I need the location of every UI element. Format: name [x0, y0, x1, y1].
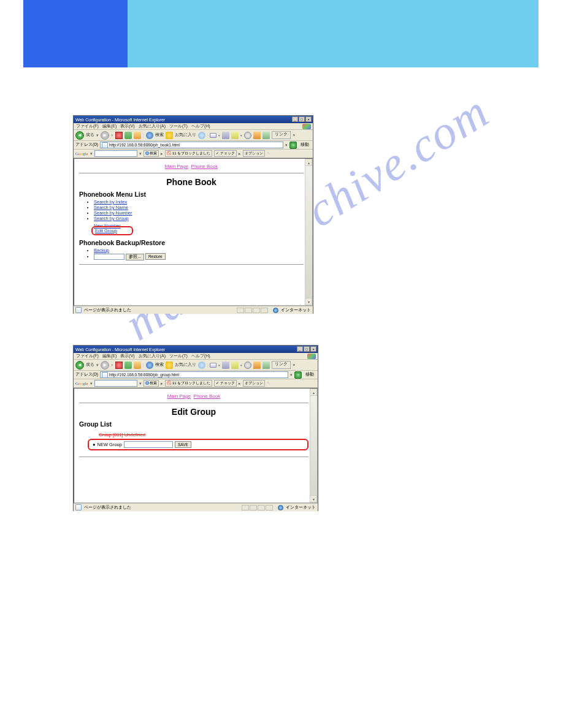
favorites-icon[interactable]	[166, 132, 173, 139]
menubar: ファイル(F) 編集(E) 表示(V) お気に入り(A) ツール(T) ヘルプ(…	[74, 123, 313, 130]
browse-button[interactable]: 参照...	[126, 254, 144, 260]
address-input[interactable]: http://192.168.0.58:8080/ph_book1.html	[100, 142, 283, 148]
menu-view-2[interactable]: 表示(V)	[120, 353, 134, 359]
print-icon-2[interactable]	[222, 362, 229, 369]
content-pane: Main Page Phone Book Phone Book Phoneboo…	[74, 158, 313, 306]
menu-heading: Phonebook Menu List	[79, 191, 304, 198]
link-edit-group[interactable]: Edit Group	[95, 228, 117, 233]
links-button[interactable]: リンク	[272, 131, 291, 139]
content-pane-2: Main Page Phone Book Edit Group Group Li…	[74, 388, 318, 503]
menu-help[interactable]: ヘルプ(H)	[191, 123, 210, 129]
link-search-group[interactable]: Search by Group	[94, 216, 129, 221]
research-icon-2[interactable]	[262, 362, 270, 369]
address-input-2[interactable]: http://192.168.0.58:8080/pb_group.html	[100, 371, 288, 378]
page-icon-2	[102, 372, 108, 378]
scroll-down-icon[interactable]: ▾	[305, 298, 312, 305]
stop-button-2[interactable]	[115, 362, 123, 369]
menu-file[interactable]: ファイル(F)	[76, 123, 99, 129]
link-main-page-2[interactable]: Main Page	[167, 393, 191, 399]
history-icon-2[interactable]	[198, 362, 205, 369]
history-icon[interactable]	[198, 132, 205, 139]
stop-button[interactable]	[115, 132, 123, 139]
link-phone-book[interactable]: Phone Book	[191, 164, 218, 169]
scroll-up-icon[interactable]: ▴	[305, 159, 312, 166]
messenger-icon-2[interactable]	[253, 362, 261, 369]
google-search-button-2[interactable]: 検索	[144, 380, 159, 387]
edit-icon-2[interactable]	[231, 362, 239, 369]
search-icon-2[interactable]	[146, 362, 153, 369]
menu-edit[interactable]: 編集(E)	[102, 123, 117, 129]
restore-path-input[interactable]	[94, 254, 124, 260]
go-button[interactable]: →	[289, 142, 297, 149]
menu-tools[interactable]: ツール(T)	[169, 123, 188, 129]
maximize-button[interactable]: □	[299, 116, 305, 122]
menu-file-2[interactable]: ファイル(F)	[76, 353, 99, 359]
mail-icon-2[interactable]	[210, 363, 216, 368]
menu-view[interactable]: 表示(V)	[120, 123, 134, 129]
screenshot-phonebook: Web Configuration - Microsoft Internet E…	[73, 115, 313, 314]
scrollbar[interactable]: ▴ ▾	[305, 159, 312, 305]
address-label-2: アドレス(D)	[75, 372, 98, 377]
back-button-2[interactable]: ◄	[75, 361, 84, 370]
discuss-icon[interactable]	[244, 132, 251, 139]
scroll-thumb-2[interactable]	[310, 396, 317, 495]
forward-button[interactable]: ►	[101, 131, 109, 140]
menu-favorites[interactable]: お気に入り(A)	[139, 123, 166, 129]
edit-icon[interactable]	[231, 132, 239, 139]
favorites-icon-2[interactable]	[166, 362, 173, 369]
print-icon[interactable]	[222, 132, 229, 139]
link-main-page[interactable]: Main Page	[165, 164, 188, 169]
link-search-number[interactable]: Search by Number	[94, 210, 132, 216]
menu-tools-2[interactable]: ツール(T)	[169, 353, 188, 359]
messenger-icon[interactable]	[253, 132, 261, 139]
link-phone-book-2[interactable]: Phone Book	[194, 393, 221, 399]
research-icon[interactable]	[262, 132, 270, 139]
backup-heading: Phonebook Backup/Restore	[79, 239, 304, 246]
save-button[interactable]: SAVE	[175, 441, 191, 448]
link-search-index[interactable]: Search by Index	[94, 199, 127, 205]
restore-button[interactable]: Restore	[145, 253, 166, 260]
google-search-input-2[interactable]	[94, 380, 137, 387]
minimize-button[interactable]: _	[292, 116, 298, 122]
google-search-input[interactable]	[94, 150, 137, 157]
scroll-up-icon-2[interactable]: ▴	[310, 389, 317, 396]
google-check-button-2[interactable]: ✓ チェック	[214, 380, 237, 387]
search-icon[interactable]	[146, 132, 153, 139]
forward-button-2[interactable]: ►	[101, 361, 109, 370]
scroll-thumb[interactable]	[305, 166, 312, 298]
status-box-group	[236, 308, 268, 313]
home-icon-2[interactable]	[134, 362, 141, 369]
google-blocked-button[interactable]: 🚫 11 をブロックしました	[165, 150, 212, 157]
google-search-button[interactable]: 検索	[144, 150, 159, 157]
refresh-icon[interactable]	[124, 132, 132, 139]
menu-edit-2[interactable]: 編集(E)	[102, 353, 117, 359]
menu-help-2[interactable]: ヘルプ(H)	[191, 353, 210, 359]
address-url: http://192.168.0.58:8080/ph_book1.html	[109, 143, 180, 147]
google-blocked-button-2[interactable]: 🚫 11 をブロックしました	[165, 380, 212, 387]
new-group-input[interactable]	[124, 441, 173, 448]
google-toolbar-2: Google ▾ ▾ 検索 ▸ 🚫 11 をブロックしました ✓ チェック ▸ …	[74, 379, 318, 388]
minimize-button-2[interactable]: _	[297, 346, 303, 352]
close-button[interactable]: ×	[305, 116, 312, 122]
google-option-button-2[interactable]: オプション	[243, 380, 265, 387]
close-button-2[interactable]: ×	[310, 346, 316, 352]
screenshot-editgroup: Web Configuration - Microsoft Internet E…	[73, 345, 318, 511]
discuss-icon-2[interactable]	[244, 362, 251, 369]
refresh-icon-2[interactable]	[124, 362, 132, 369]
google-option-button[interactable]: オプション	[243, 150, 265, 157]
back-button[interactable]: ◄	[75, 131, 84, 140]
links-button-2[interactable]: リンク	[272, 361, 291, 369]
go-button-2[interactable]: →	[294, 371, 302, 379]
menu-favorites-2[interactable]: お気に入り(A)	[139, 353, 166, 359]
page-title-2: Edit Group	[79, 407, 308, 417]
home-icon[interactable]	[134, 132, 141, 139]
link-backup[interactable]: Backup	[94, 248, 109, 253]
maximize-button-2[interactable]: □	[304, 346, 310, 352]
scroll-down-icon-2[interactable]: ▾	[310, 495, 317, 502]
window-title-2: Web Configuration - Microsoft Internet E…	[75, 347, 165, 352]
status-text-2: ページが表示されました	[84, 505, 131, 510]
mail-icon[interactable]	[210, 133, 216, 138]
scrollbar-2[interactable]: ▴ ▾	[310, 389, 317, 502]
link-search-name[interactable]: Search by Name	[94, 205, 128, 210]
google-check-button[interactable]: ✓ チェック	[214, 150, 237, 157]
